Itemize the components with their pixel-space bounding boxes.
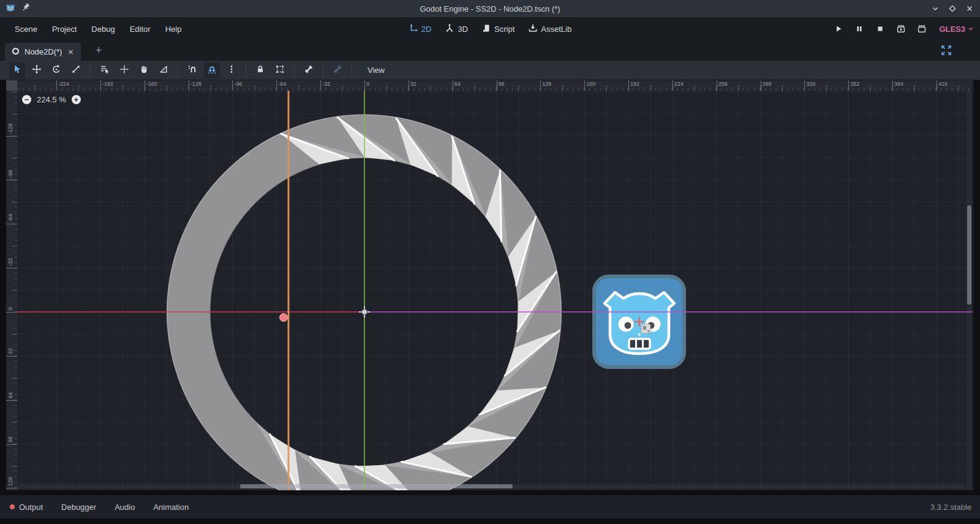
move-tool-button[interactable] xyxy=(29,63,45,78)
toolbar-separator xyxy=(323,64,323,77)
bottom-tab-audio[interactable]: Audio xyxy=(115,503,135,512)
lock-tool-button[interactable] xyxy=(252,63,268,78)
ruler-label: 128 xyxy=(542,81,551,87)
stop-button[interactable] xyxy=(873,21,888,36)
bottom-tab-animation[interactable]: Animation xyxy=(153,503,189,512)
view-menu[interactable]: View xyxy=(363,63,390,77)
select-tool-button[interactable] xyxy=(9,63,25,78)
axes-2d-icon xyxy=(409,23,418,35)
workspace-assetlib[interactable]: AssetLib xyxy=(524,21,575,37)
ruler-tick xyxy=(937,80,937,91)
ruler-label: -128 xyxy=(7,123,13,134)
window-title: Godot Engine - SS2D - Node2D.tscn (*) xyxy=(0,4,980,13)
ruler-label: 96 xyxy=(499,81,505,87)
scale-icon xyxy=(71,64,81,77)
output-status-dot xyxy=(10,504,15,509)
ruler-label: -96 xyxy=(234,81,242,87)
pan-icon xyxy=(139,64,149,77)
ruler-label: 256 xyxy=(718,81,728,87)
workspace-script[interactable]: Script xyxy=(478,21,518,37)
zoom-out-button[interactable]: − xyxy=(22,95,31,104)
ruler-label: -32 xyxy=(7,258,13,266)
play-custom-scene-button[interactable] xyxy=(914,21,929,36)
grid-snap-tool-button[interactable] xyxy=(204,63,220,78)
distraction-free-icon[interactable] xyxy=(941,45,952,58)
skeleton-options-tool-button[interactable] xyxy=(330,63,345,78)
ruler-tick xyxy=(717,80,717,91)
pin-icon[interactable] xyxy=(21,2,31,15)
ruler-label: -64 xyxy=(278,81,286,87)
h-scrollbar-thumb[interactable] xyxy=(240,484,513,488)
bottom-tab-debugger[interactable]: Debugger xyxy=(61,503,96,512)
scene-tab-bar: Node2D(*) ✕ + xyxy=(0,40,980,61)
ruler-label: 288 xyxy=(763,81,772,87)
minimize-button[interactable] xyxy=(930,3,941,14)
skeleton-options-icon xyxy=(333,64,342,77)
menu-editor[interactable]: Editor xyxy=(124,21,157,37)
workspace-3d[interactable]: 3D xyxy=(441,21,472,37)
bone-icon xyxy=(304,64,314,77)
scale-tool-button[interactable] xyxy=(68,63,84,78)
ruler-label: -224 xyxy=(58,81,69,87)
control-point-marker[interactable] xyxy=(280,314,288,322)
menu-help[interactable]: Help xyxy=(159,21,188,37)
ruler-tick xyxy=(6,488,17,488)
ruler-label: 0 xyxy=(7,307,13,310)
viewport-canvas[interactable]: − 224.5 % + xyxy=(17,91,973,490)
smart-snap-tool-button[interactable] xyxy=(184,63,200,78)
axes-3d-icon xyxy=(445,23,454,35)
list-select-icon xyxy=(100,64,110,77)
zoom-controls: − 224.5 % + xyxy=(22,95,81,104)
menu-debug[interactable]: Debug xyxy=(85,21,121,37)
add-scene-tab-button[interactable]: + xyxy=(92,44,105,57)
zoom-level[interactable]: 224.5 % xyxy=(37,95,66,104)
list-select-tool-button[interactable] xyxy=(97,63,113,78)
ruler-tick xyxy=(892,80,893,91)
ruler-label: 384 xyxy=(894,81,903,87)
panel-edge xyxy=(973,80,974,490)
close-button[interactable] xyxy=(964,3,975,14)
scene-tab-node2d[interactable]: Node2D(*) ✕ xyxy=(5,43,81,61)
toolbar-separator xyxy=(90,64,91,77)
play-button[interactable] xyxy=(831,21,846,36)
node2d-icon xyxy=(11,47,20,58)
maximize-button[interactable] xyxy=(947,3,958,14)
ruler-label: 320 xyxy=(806,81,815,87)
ruler-label: -160 xyxy=(146,81,157,87)
play-scene-button[interactable] xyxy=(894,21,908,36)
ruler-corner xyxy=(6,80,17,91)
menu-project[interactable]: Project xyxy=(46,21,83,37)
bottom-tab-output[interactable]: Output xyxy=(10,503,43,512)
ruler-label: -96 xyxy=(7,170,13,178)
ruler-tick xyxy=(6,224,17,224)
renderer-selector[interactable]: GLES3 xyxy=(935,25,974,34)
move-pivot-icon xyxy=(119,64,129,77)
ruler-tick xyxy=(6,312,17,313)
menu-scene[interactable]: Scene xyxy=(9,21,43,37)
main-menus: SceneProjectDebugEditorHelp xyxy=(0,21,187,37)
ruler-tick xyxy=(540,80,541,91)
origin-gizmo xyxy=(359,306,370,317)
bone-tool-button[interactable] xyxy=(301,63,317,78)
tab-close-icon[interactable]: ✕ xyxy=(66,48,75,56)
ruler-tick xyxy=(364,80,365,91)
ruler-tick xyxy=(6,136,17,137)
rotate-tool-button[interactable] xyxy=(48,63,64,78)
zoom-in-button[interactable]: + xyxy=(72,95,81,104)
ruler-label: -128 xyxy=(190,81,202,87)
v-scrollbar-thumb[interactable] xyxy=(967,205,971,305)
ruler-label: 352 xyxy=(850,81,859,87)
vertical-ruler[interactable]: -128-96-64-320326496128 xyxy=(6,91,17,490)
pause-button[interactable] xyxy=(852,21,867,36)
group-icon xyxy=(275,64,285,77)
workspace-2d[interactable]: 2D xyxy=(405,21,435,37)
godot-sprite[interactable] xyxy=(594,276,684,367)
move-pivot-tool-button[interactable] xyxy=(116,63,132,78)
ruler-tick xyxy=(409,80,409,91)
snap-options-tool-button[interactable] xyxy=(224,63,239,78)
ruler-label: 96 xyxy=(7,436,13,442)
group-tool-button[interactable] xyxy=(272,63,288,78)
horizontal-ruler[interactable]: -224-192-160-128-96-64-32032649612816019… xyxy=(17,80,973,91)
ruler-tool-button[interactable] xyxy=(156,63,172,78)
pan-tool-button[interactable] xyxy=(136,63,152,78)
